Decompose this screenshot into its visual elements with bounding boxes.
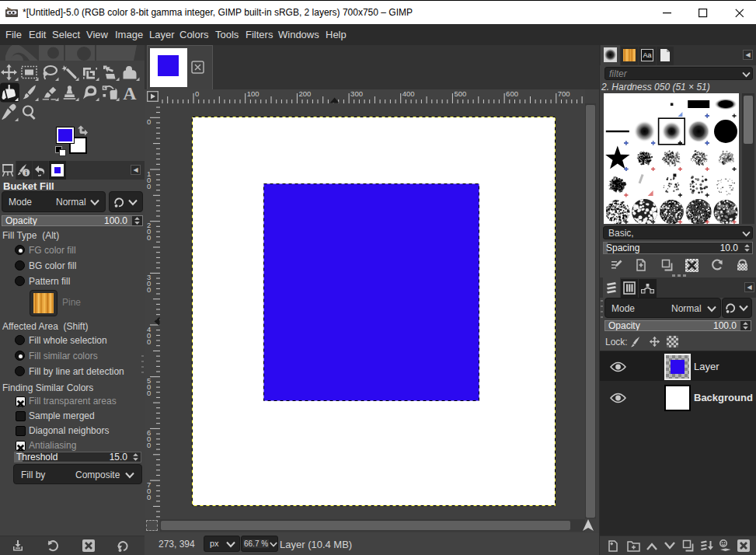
svg-text:0: 0 (147, 337, 151, 346)
svg-text:A: A (123, 83, 137, 103)
svg-text:0: 0 (147, 182, 151, 190)
svg-text:700: 700 (558, 89, 570, 98)
svg-text:300: 300 (350, 89, 363, 98)
svg-text:0: 0 (147, 117, 151, 126)
svg-text:0: 0 (147, 285, 151, 294)
svg-text:0: 0 (147, 389, 151, 397)
svg-text:200: 200 (298, 89, 311, 98)
svg-text:100: 100 (247, 89, 260, 98)
svg-text:600: 600 (506, 89, 518, 98)
svg-text:0: 0 (195, 89, 199, 98)
svg-text:0: 0 (147, 441, 151, 449)
svg-text:500: 500 (454, 89, 466, 98)
svg-text:400: 400 (402, 89, 415, 98)
svg-text:0: 0 (147, 493, 151, 501)
svg-text:0: 0 (147, 233, 151, 242)
